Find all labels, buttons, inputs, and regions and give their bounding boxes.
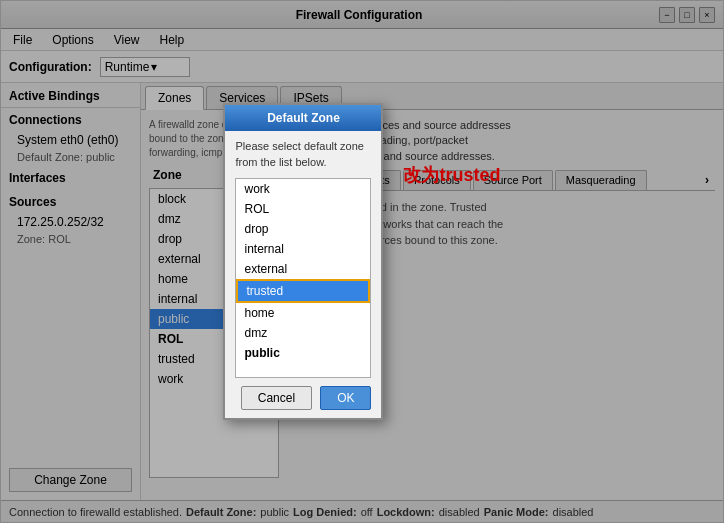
modal-body: Please select default zone from the list… (225, 131, 381, 418)
modal-zone-internal[interactable]: internal (236, 239, 370, 259)
cancel-button[interactable]: Cancel (241, 386, 312, 410)
modal-zone-external[interactable]: external (236, 259, 370, 279)
modal-zone-list: work ROL drop internal external trusted … (235, 178, 371, 378)
modal-buttons: Cancel OK (235, 386, 371, 410)
modal-zone-work[interactable]: work (236, 179, 370, 199)
modal-overlay: Default Zone Please select default zone … (1, 1, 723, 522)
modal-zone-trusted[interactable]: trusted (236, 279, 370, 303)
modal-zone-public[interactable]: public (236, 343, 370, 363)
default-zone-modal: Default Zone Please select default zone … (223, 103, 383, 420)
modal-description: Please select default zone from the list… (235, 139, 371, 170)
modal-zone-rol[interactable]: ROL (236, 199, 370, 219)
annotation-text: 改为trusted (403, 163, 500, 187)
modal-zone-dmz[interactable]: dmz (236, 323, 370, 343)
main-window: Firewall Configuration − □ × File Option… (0, 0, 724, 523)
modal-title: Default Zone (225, 105, 381, 131)
annotation-container: 改为trusted (403, 163, 500, 187)
modal-zone-drop[interactable]: drop (236, 219, 370, 239)
ok-button[interactable]: OK (320, 386, 371, 410)
modal-zone-home[interactable]: home (236, 303, 370, 323)
